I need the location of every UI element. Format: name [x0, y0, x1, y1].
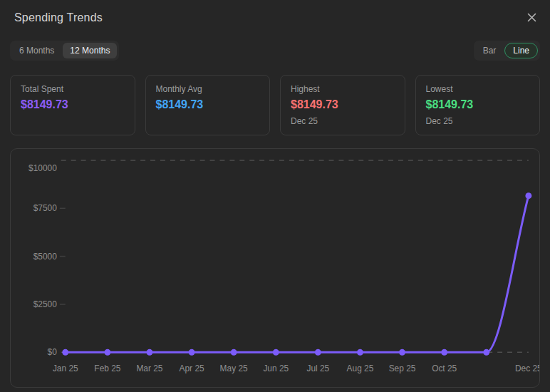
range-toggle-group: 6 Months 12 Months — [10, 41, 119, 61]
chart-panel: $10000$7500$5000$2500$0Jan 25Feb 25Mar 2… — [10, 148, 540, 388]
svg-text:$2500: $2500 — [33, 299, 57, 309]
svg-text:$5000: $5000 — [33, 252, 57, 262]
svg-text:$0: $0 — [48, 347, 58, 357]
stat-value: $8149.73 — [291, 98, 395, 111]
svg-text:Apr 25: Apr 25 — [180, 363, 204, 373]
spending-trends-panel: Spending Trends 6 Months 12 Months Bar L… — [0, 0, 550, 388]
svg-text:Feb 25: Feb 25 — [94, 363, 120, 373]
toggle-bar[interactable]: Bar — [476, 43, 504, 58]
toggle-line[interactable]: Line — [504, 43, 538, 58]
stat-sub: Dec 25 — [426, 116, 530, 126]
controls-row: 6 Months 12 Months Bar Line — [10, 41, 540, 61]
stat-sub — [21, 116, 125, 126]
stat-value: $8149.73 — [426, 98, 530, 111]
close-button[interactable] — [524, 9, 540, 26]
svg-text:Sep 25: Sep 25 — [389, 363, 416, 373]
stat-label: Highest — [291, 84, 395, 94]
svg-text:Dec 25: Dec 25 — [515, 363, 539, 373]
stat-value: $8149.73 — [156, 98, 260, 111]
svg-text:Mar 25: Mar 25 — [136, 363, 162, 373]
stat-card-highest: Highest $8149.73 Dec 25 — [280, 75, 405, 135]
stat-card-total-spent: Total Spent $8149.73 — [10, 75, 135, 135]
toggle-12-months[interactable]: 12 Months — [63, 43, 117, 58]
stat-sub — [156, 116, 260, 126]
panel-header: Spending Trends — [0, 0, 550, 26]
stat-label: Total Spent — [21, 84, 125, 94]
svg-text:Jun 25: Jun 25 — [263, 363, 289, 373]
svg-text:Oct 25: Oct 25 — [432, 363, 457, 373]
spending-line-chart[interactable]: $10000$7500$5000$2500$0Jan 25Feb 25Mar 2… — [11, 149, 539, 387]
toggle-6-months[interactable]: 6 Months — [12, 43, 61, 58]
stat-label: Monthly Avg — [156, 84, 260, 94]
svg-text:May 25: May 25 — [220, 363, 248, 373]
page-title: Spending Trends — [14, 11, 103, 24]
stat-card-monthly-avg: Monthly Avg $8149.73 — [145, 75, 271, 135]
svg-text:Jul 25: Jul 25 — [306, 363, 329, 373]
svg-text:$10000: $10000 — [28, 163, 57, 173]
chart-type-toggle-group: Bar Line — [474, 41, 540, 61]
stat-card-lowest: Lowest $8149.73 Dec 25 — [415, 75, 541, 135]
stat-value: $8149.73 — [21, 98, 125, 111]
svg-text:Jan 25: Jan 25 — [53, 363, 78, 373]
stat-label: Lowest — [426, 84, 530, 94]
close-icon — [526, 12, 537, 23]
svg-text:$7500: $7500 — [33, 203, 57, 213]
stats-row: Total Spent $8149.73 Monthly Avg $8149.7… — [10, 75, 540, 135]
stat-sub: Dec 25 — [291, 116, 395, 126]
svg-text:Aug 25: Aug 25 — [347, 363, 374, 373]
